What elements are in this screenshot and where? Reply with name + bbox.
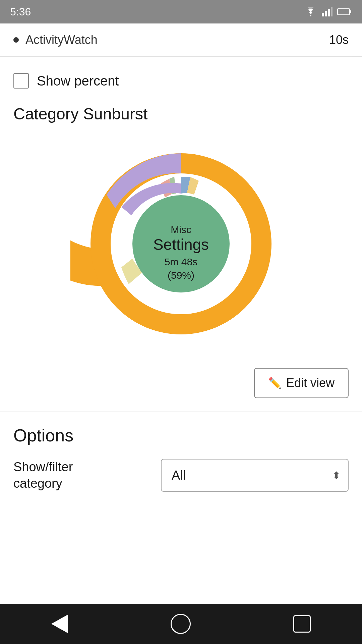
home-icon (171, 614, 191, 634)
edit-view-button[interactable]: ✏️ Edit view (254, 368, 349, 398)
show-percent-row: Show percent (0, 57, 362, 105)
status-icons (304, 7, 352, 16)
svg-text:5m 48s: 5m 48s (165, 256, 197, 267)
svg-text:Settings: Settings (153, 236, 209, 253)
status-bar: 5:36 (0, 0, 362, 23)
options-section: Options Show/filtercategory All Misc Wor… (0, 412, 362, 505)
svg-rect-1 (325, 11, 327, 16)
sunburst-chart: Misc Settings 5m 48s (59%) (70, 140, 292, 348)
top-item-value: 10s (329, 33, 349, 47)
edit-view-row: ✏️ Edit view (0, 361, 362, 412)
signal-icon (322, 7, 333, 16)
bullet-icon (13, 37, 19, 43)
show-percent-checkbox[interactable] (13, 73, 29, 89)
nav-back-button[interactable] (45, 608, 75, 640)
sunburst-chart-container[interactable]: Misc Settings 5m 48s (59%) (0, 133, 362, 361)
battery-icon (337, 8, 352, 16)
svg-text:(59%): (59%) (168, 270, 194, 281)
main-content: ActivityWatch 10s Show percent Category … (0, 23, 362, 604)
nav-recents-button[interactable] (287, 608, 317, 639)
top-item-label: ActivityWatch (25, 33, 98, 47)
svg-rect-3 (331, 7, 333, 16)
svg-rect-6 (338, 9, 349, 14)
show-filter-category-row: Show/filtercategory All Misc Work Media … (13, 459, 349, 492)
category-select[interactable]: All Misc Work Media Comms (161, 459, 349, 492)
top-item-left: ActivityWatch (13, 33, 98, 47)
status-time: 5:36 (10, 6, 31, 18)
svg-rect-5 (350, 10, 351, 13)
category-select-wrapper: All Misc Work Media Comms ⬍ (161, 459, 349, 492)
svg-rect-0 (322, 13, 324, 16)
edit-icon: ✏️ (268, 377, 282, 389)
top-item-row: ActivityWatch 10s (0, 23, 362, 57)
category-sunburst-title: Category Sunburst (0, 105, 362, 133)
nav-bar (0, 604, 362, 644)
nav-home-button[interactable] (164, 607, 197, 641)
edit-view-label: Edit view (286, 376, 335, 390)
show-percent-label: Show percent (37, 73, 119, 89)
wifi-icon (304, 7, 317, 16)
options-title: Options (13, 425, 349, 445)
recents-icon (293, 615, 311, 633)
back-icon (51, 614, 68, 633)
svg-rect-2 (328, 9, 330, 16)
svg-text:Misc: Misc (171, 224, 191, 235)
show-filter-category-label: Show/filtercategory (13, 459, 73, 492)
